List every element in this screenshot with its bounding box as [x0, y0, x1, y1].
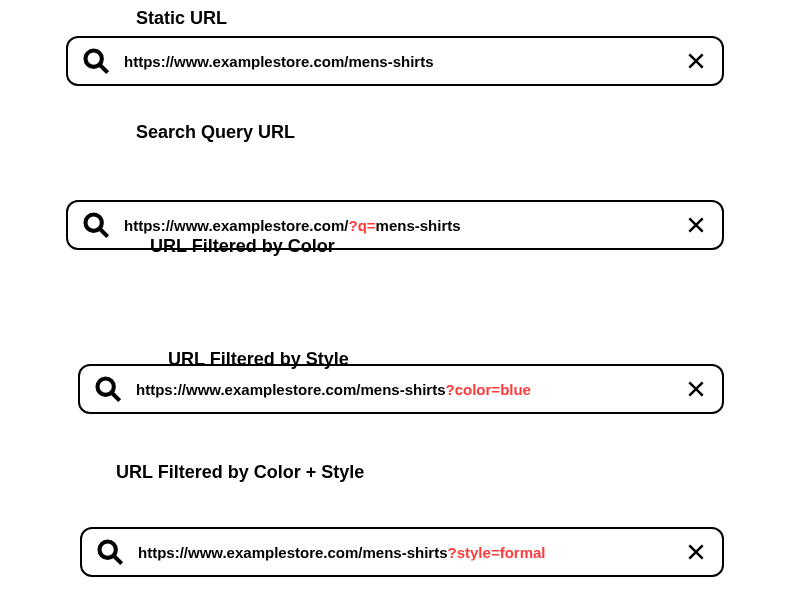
url-text: https://www.examplestore.com/mens-shirts…: [138, 544, 674, 561]
url-example-label: Search Query URL: [136, 122, 295, 143]
url-text: https://www.examplestore.com/mens-shirts…: [136, 381, 674, 398]
url-bar: https://www.examplestore.com/mens-shirts…: [80, 527, 724, 577]
url-segment-highlight: ?style=formal: [448, 544, 546, 561]
svg-line-1: [100, 65, 108, 73]
url-segment-highlight: ?q=: [349, 217, 376, 234]
search-icon: [82, 211, 110, 239]
close-icon[interactable]: [686, 215, 706, 235]
svg-point-12: [100, 542, 116, 558]
close-icon[interactable]: [686, 51, 706, 71]
url-example-label: URL Filtered by Style: [168, 349, 349, 370]
svg-line-13: [114, 556, 122, 564]
url-example-label: URL Filtered by Color + Style: [116, 462, 364, 483]
close-icon[interactable]: [686, 379, 706, 399]
url-bar: https://www.examplestore.com/mens-shirts: [66, 36, 724, 86]
url-text: https://www.examplestore.com/mens-shirts: [124, 53, 674, 70]
svg-line-5: [100, 229, 108, 237]
close-icon[interactable]: [686, 542, 706, 562]
svg-line-9: [112, 393, 120, 401]
search-icon: [96, 538, 124, 566]
url-segment-before: https://www.examplestore.com/: [124, 217, 349, 234]
url-text: https://www.examplestore.com/?q=mens-shi…: [124, 217, 674, 234]
svg-point-0: [86, 51, 102, 67]
url-segment-before: https://www.examplestore.com/mens-shirts: [136, 381, 446, 398]
url-example-label: Static URL: [136, 8, 227, 29]
url-segment-before: https://www.examplestore.com/mens-shirts: [138, 544, 448, 561]
url-example-label: URL Filtered by Color: [150, 236, 335, 257]
url-bar: https://www.examplestore.com/mens-shirts…: [78, 364, 724, 414]
search-icon: [94, 375, 122, 403]
svg-point-4: [86, 215, 102, 231]
url-segment: https://www.examplestore.com/mens-shirts: [124, 53, 434, 70]
svg-point-8: [98, 379, 114, 395]
url-segment-highlight: ?color=blue: [446, 381, 531, 398]
url-segment-after: mens-shirts: [376, 217, 461, 234]
search-icon: [82, 47, 110, 75]
